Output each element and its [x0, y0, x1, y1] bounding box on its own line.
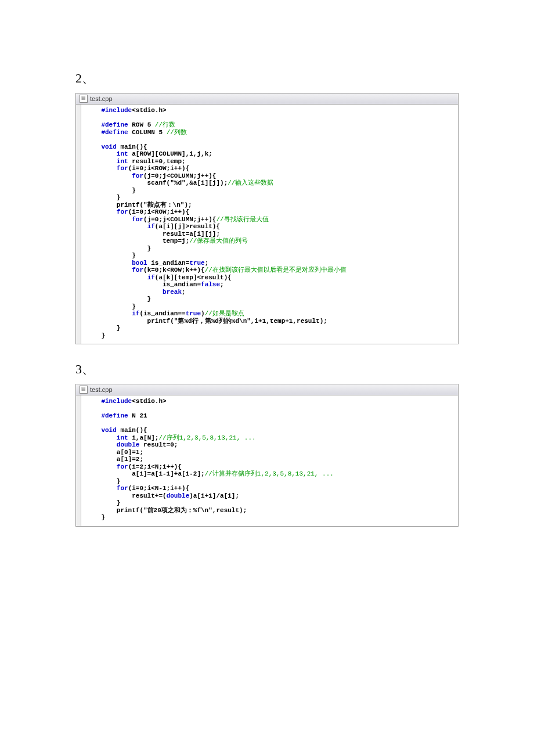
tab-filename: test.cpp [90, 95, 113, 102]
code-block-1: #include<stdio.h> #define ROW 5 //行数 #de… [81, 105, 458, 344]
title-bar: ▤ test.cpp [76, 384, 458, 395]
code-block-2: #include<stdio.h> #define N 21 void main… [81, 395, 458, 526]
file-icon: ▤ [80, 386, 88, 394]
section-number-3: 3、 [75, 361, 459, 378]
code-window-2: ▤ test.cpp #include<stdio.h> #define N 2… [75, 384, 459, 527]
title-bar: ▤ test.cpp [76, 93, 458, 105]
tab-filename: test.cpp [90, 386, 113, 393]
section-number-2: 2、 [75, 70, 459, 87]
code-window-1: ▤ test.cpp #include<stdio.h> #define ROW… [75, 93, 459, 344]
file-icon: ▤ [80, 95, 88, 103]
gutter [76, 395, 81, 526]
gutter [76, 105, 81, 344]
